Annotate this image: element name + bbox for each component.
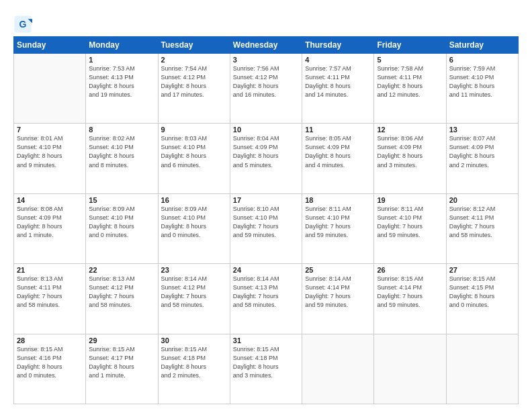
calendar-cell: 21Sunrise: 8:13 AM Sunset: 4:11 PM Dayli… [14,264,86,334]
day-info: Sunrise: 7:59 AM Sunset: 4:10 PM Dayligh… [449,64,515,99]
week-row-3: 14Sunrise: 8:08 AM Sunset: 4:09 PM Dayli… [14,193,519,263]
day-info: Sunrise: 8:14 AM Sunset: 4:12 PM Dayligh… [161,275,227,310]
day-number: 13 [449,126,515,134]
day-number: 5 [377,56,443,64]
calendar-cell: 1Sunrise: 7:53 AM Sunset: 4:13 PM Daylig… [86,54,158,124]
day-number: 27 [449,266,515,274]
calendar-cell: 24Sunrise: 8:14 AM Sunset: 4:13 PM Dayli… [230,264,302,334]
page: G SundayMondayTuesdayWednesdayThursdayFr… [0,0,532,411]
calendar-cell: 8Sunrise: 8:02 AM Sunset: 4:10 PM Daylig… [86,124,158,193]
day-number: 17 [233,196,299,204]
day-info: Sunrise: 8:12 AM Sunset: 4:11 PM Dayligh… [449,205,515,240]
calendar-cell: 9Sunrise: 8:03 AM Sunset: 4:10 PM Daylig… [158,124,230,193]
day-number: 16 [161,196,227,204]
calendar-cell: 28Sunrise: 8:15 AM Sunset: 4:16 PM Dayli… [14,334,86,404]
weekday-header-saturday: Saturday [446,37,518,54]
day-number: 2 [161,56,227,64]
weekday-header-sunday: Sunday [14,37,86,54]
calendar-cell: 12Sunrise: 8:06 AM Sunset: 4:09 PM Dayli… [374,124,446,193]
day-info: Sunrise: 8:04 AM Sunset: 4:09 PM Dayligh… [233,134,299,169]
calendar-cell: 7Sunrise: 8:01 AM Sunset: 4:10 PM Daylig… [14,124,86,193]
day-number: 6 [449,56,515,64]
day-number: 12 [377,126,443,134]
calendar-cell: 11Sunrise: 8:05 AM Sunset: 4:09 PM Dayli… [302,124,374,193]
day-info: Sunrise: 8:13 AM Sunset: 4:11 PM Dayligh… [17,275,83,310]
week-row-1: 1Sunrise: 7:53 AM Sunset: 4:13 PM Daylig… [14,54,519,124]
calendar-cell: 6Sunrise: 7:59 AM Sunset: 4:10 PM Daylig… [446,54,518,124]
calendar-cell: 27Sunrise: 8:15 AM Sunset: 4:15 PM Dayli… [446,264,518,334]
day-info: Sunrise: 7:53 AM Sunset: 4:13 PM Dayligh… [89,64,154,99]
day-number: 30 [161,336,227,345]
day-info: Sunrise: 8:14 AM Sunset: 4:14 PM Dayligh… [305,275,371,310]
day-number: 15 [89,196,154,204]
day-info: Sunrise: 8:11 AM Sunset: 4:10 PM Dayligh… [377,205,443,240]
week-row-5: 28Sunrise: 8:15 AM Sunset: 4:16 PM Dayli… [14,334,519,404]
day-info: Sunrise: 8:05 AM Sunset: 4:09 PM Dayligh… [305,134,371,169]
day-number: 4 [305,56,371,64]
calendar-cell: 13Sunrise: 8:07 AM Sunset: 4:09 PM Dayli… [446,124,518,193]
day-info: Sunrise: 8:15 AM Sunset: 4:18 PM Dayligh… [233,345,299,380]
calendar-cell: 25Sunrise: 8:14 AM Sunset: 4:14 PM Dayli… [302,264,374,334]
calendar-cell: 10Sunrise: 8:04 AM Sunset: 4:09 PM Dayli… [230,124,302,193]
day-info: Sunrise: 8:07 AM Sunset: 4:09 PM Dayligh… [449,134,515,169]
day-number: 8 [89,126,154,134]
day-info: Sunrise: 8:08 AM Sunset: 4:09 PM Dayligh… [17,205,83,240]
day-info: Sunrise: 8:02 AM Sunset: 4:10 PM Dayligh… [89,134,154,169]
day-info: Sunrise: 8:11 AM Sunset: 4:10 PM Dayligh… [305,205,371,240]
day-number: 28 [17,336,83,345]
calendar-cell: 5Sunrise: 7:58 AM Sunset: 4:11 PM Daylig… [374,54,446,124]
day-number: 21 [17,266,83,274]
calendar-cell: 30Sunrise: 8:15 AM Sunset: 4:18 PM Dayli… [158,334,230,404]
day-number: 25 [305,266,371,274]
day-info: Sunrise: 8:09 AM Sunset: 4:10 PM Dayligh… [89,205,154,240]
day-number: 1 [89,56,154,64]
day-number: 24 [233,266,299,274]
weekday-header-thursday: Thursday [302,37,374,54]
header: G [13,12,519,34]
calendar-cell: 26Sunrise: 8:15 AM Sunset: 4:14 PM Dayli… [374,264,446,334]
logo: G [13,15,34,34]
calendar-cell: 2Sunrise: 7:54 AM Sunset: 4:12 PM Daylig… [158,54,230,124]
calendar-cell: 15Sunrise: 8:09 AM Sunset: 4:10 PM Dayli… [86,193,158,263]
calendar-cell: 19Sunrise: 8:11 AM Sunset: 4:10 PM Dayli… [374,193,446,263]
calendar-cell: 16Sunrise: 8:09 AM Sunset: 4:10 PM Dayli… [158,193,230,263]
calendar-cell [446,334,518,404]
day-info: Sunrise: 8:15 AM Sunset: 4:16 PM Dayligh… [17,345,83,380]
calendar-cell [302,334,374,404]
day-info: Sunrise: 8:13 AM Sunset: 4:12 PM Dayligh… [89,275,154,310]
day-info: Sunrise: 7:56 AM Sunset: 4:12 PM Dayligh… [233,64,299,99]
day-info: Sunrise: 8:01 AM Sunset: 4:10 PM Dayligh… [17,134,83,169]
calendar-cell [374,334,446,404]
day-info: Sunrise: 7:54 AM Sunset: 4:12 PM Dayligh… [161,64,227,99]
calendar-cell: 4Sunrise: 7:57 AM Sunset: 4:11 PM Daylig… [302,54,374,124]
day-info: Sunrise: 7:57 AM Sunset: 4:11 PM Dayligh… [305,64,371,99]
calendar-cell: 14Sunrise: 8:08 AM Sunset: 4:09 PM Dayli… [14,193,86,263]
week-row-4: 21Sunrise: 8:13 AM Sunset: 4:11 PM Dayli… [14,264,519,334]
weekday-header-tuesday: Tuesday [158,37,230,54]
day-number: 20 [449,196,515,204]
day-info: Sunrise: 8:10 AM Sunset: 4:10 PM Dayligh… [233,205,299,240]
calendar-cell: 3Sunrise: 7:56 AM Sunset: 4:12 PM Daylig… [230,54,302,124]
svg-text:G: G [19,19,27,30]
day-info: Sunrise: 8:15 AM Sunset: 4:14 PM Dayligh… [377,275,443,310]
day-info: Sunrise: 8:15 AM Sunset: 4:15 PM Dayligh… [449,275,515,310]
day-info: Sunrise: 8:06 AM Sunset: 4:09 PM Dayligh… [377,134,443,169]
day-number: 19 [377,196,443,204]
day-number: 11 [305,126,371,134]
calendar-cell: 31Sunrise: 8:15 AM Sunset: 4:18 PM Dayli… [230,334,302,404]
week-row-2: 7Sunrise: 8:01 AM Sunset: 4:10 PM Daylig… [14,124,519,193]
calendar-cell [14,54,86,124]
calendar-cell: 23Sunrise: 8:14 AM Sunset: 4:12 PM Dayli… [158,264,230,334]
day-number: 7 [17,126,83,134]
weekday-header-row: SundayMondayTuesdayWednesdayThursdayFrid… [14,37,519,54]
calendar-cell: 20Sunrise: 8:12 AM Sunset: 4:11 PM Dayli… [446,193,518,263]
day-number: 9 [161,126,227,134]
day-info: Sunrise: 8:15 AM Sunset: 4:17 PM Dayligh… [89,345,154,380]
weekday-header-monday: Monday [86,37,158,54]
day-info: Sunrise: 7:58 AM Sunset: 4:11 PM Dayligh… [377,64,443,99]
day-number: 18 [305,196,371,204]
weekday-header-friday: Friday [374,37,446,54]
day-number: 29 [89,336,154,345]
day-number: 26 [377,266,443,274]
day-info: Sunrise: 8:14 AM Sunset: 4:13 PM Dayligh… [233,275,299,310]
